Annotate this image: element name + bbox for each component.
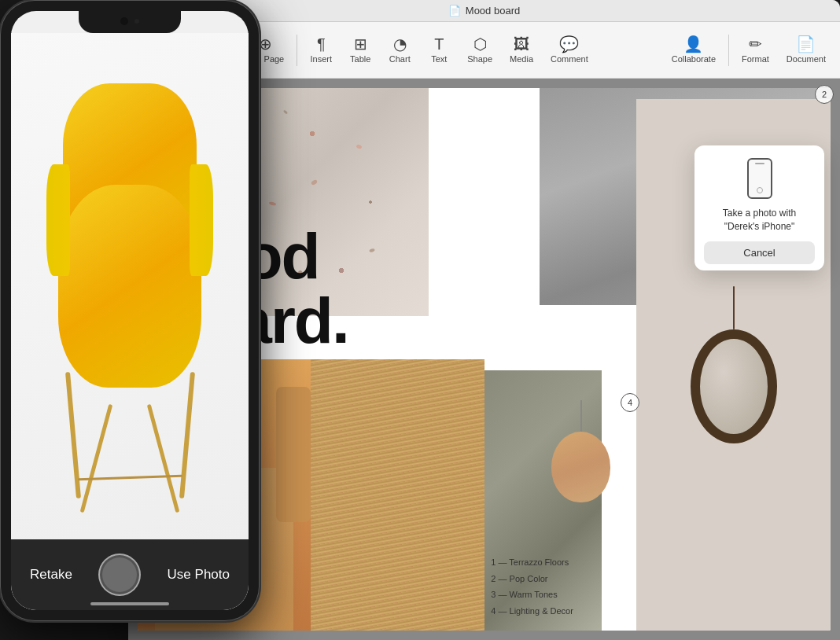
text-icon: T xyxy=(434,36,444,52)
iphone-popup-icon xyxy=(747,158,772,199)
retake-button[interactable]: Retake xyxy=(30,567,72,583)
window-title: 📄 Mood board xyxy=(448,5,520,17)
camera-controls-bar: Retake Use Photo xyxy=(11,539,249,610)
iphone-screen: Retake Use Photo xyxy=(11,11,249,610)
iphone-photo-popup: Take a photo with"Derek's iPhone" Cancel xyxy=(694,145,824,270)
separator-2 xyxy=(297,35,297,66)
table-button[interactable]: ⊞ Table xyxy=(341,31,379,68)
chart-button[interactable]: ◔ Chart xyxy=(381,31,418,68)
camera-view: Retake Use Photo xyxy=(11,33,249,610)
home-indicator xyxy=(90,602,169,605)
chart-icon: ◔ xyxy=(393,36,407,52)
insert-icon: ¶ xyxy=(317,36,326,52)
shape-button[interactable]: ⬡ Shape xyxy=(459,31,500,68)
separator-3 xyxy=(728,35,729,66)
iphone-device: Retake Use Photo xyxy=(0,0,286,640)
iphone-body: Retake Use Photo xyxy=(0,0,260,621)
insert-button[interactable]: ¶ Insert xyxy=(302,31,340,68)
wood-image xyxy=(311,359,484,631)
document-icon: 📄 xyxy=(796,36,816,52)
pendant-lamp xyxy=(532,370,629,533)
text-button[interactable]: T Text xyxy=(420,31,458,68)
format-icon: ✏ xyxy=(749,36,762,52)
comment-icon: 💬 xyxy=(559,36,579,52)
badge-4: 4 xyxy=(621,393,639,412)
chair-photo xyxy=(11,33,249,539)
collaborate-icon: 👤 xyxy=(683,36,703,52)
materials-list: 1 — Terrazzo Floors 2 — Pop Color 3 — Wa… xyxy=(491,554,629,620)
list-item-2: 2 — Pop Color xyxy=(491,571,629,587)
document-icon: 📄 xyxy=(448,5,461,17)
media-icon: 🖼 xyxy=(514,36,529,52)
cancel-button[interactable]: Cancel xyxy=(704,241,815,264)
table-icon: ⊞ xyxy=(354,36,367,52)
shape-icon: ⬡ xyxy=(473,36,487,52)
media-button[interactable]: 🖼 Media xyxy=(502,31,541,68)
comment-button[interactable]: 💬 Comment xyxy=(543,31,596,68)
list-item-3: 3 — Warm Tones xyxy=(491,587,629,603)
iphone-notch xyxy=(79,11,181,33)
badge-2: 2 xyxy=(815,85,834,104)
list-item-1: 1 — Terrazzo Floors xyxy=(491,554,629,571)
document-button[interactable]: 📄 Document xyxy=(779,31,834,68)
collaborate-button[interactable]: 👤 Collaborate xyxy=(664,31,724,68)
popup-message: Take a photo with"Derek's iPhone" xyxy=(723,207,796,234)
list-item-4: 4 — Lighting & Decor xyxy=(491,603,629,620)
use-photo-button[interactable]: Use Photo xyxy=(168,567,230,583)
format-button[interactable]: ✏ Format xyxy=(734,31,777,68)
shutter-button[interactable] xyxy=(98,554,141,596)
